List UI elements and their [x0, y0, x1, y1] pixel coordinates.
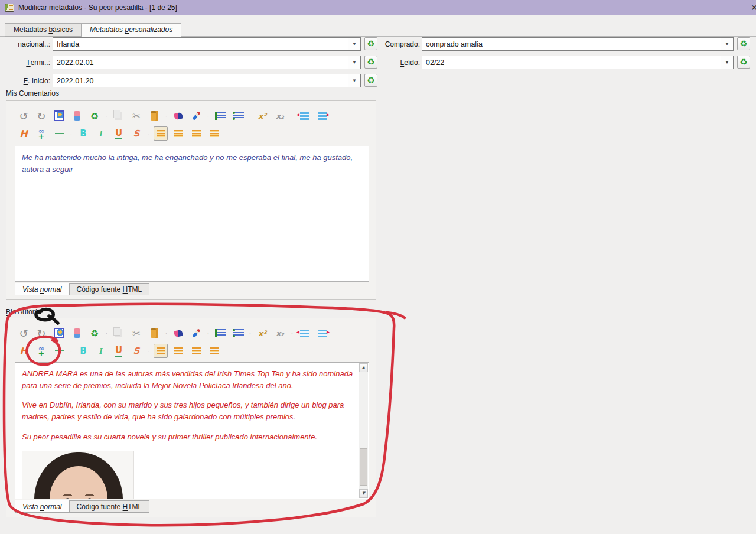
- label-accel: C: [385, 40, 390, 48]
- undo-icon[interactable]: [17, 326, 31, 340]
- eraser-icon[interactable]: [70, 109, 84, 123]
- align-left-icon[interactable]: [154, 126, 168, 141]
- subscript-icon[interactable]: [273, 109, 287, 123]
- horizontal-rule-icon[interactable]: [52, 126, 66, 141]
- termi-combobox[interactable]: 2022.02.01 ▼: [53, 56, 361, 69]
- comprado-value[interactable]: comprado amalia: [422, 38, 721, 50]
- copy-icon[interactable]: [112, 326, 126, 340]
- nacional-combobox[interactable]: Irlanda ▼: [53, 37, 361, 51]
- comprado-clear-button[interactable]: [737, 37, 750, 50]
- chevron-down-icon[interactable]: ▼: [721, 38, 733, 50]
- outdent-icon[interactable]: [297, 109, 311, 123]
- toolbar-separator: [145, 129, 152, 138]
- leido-combobox[interactable]: 02/22 ▼: [422, 56, 734, 69]
- unordered-list-icon[interactable]: [231, 326, 245, 340]
- comprado-combobox[interactable]: comprado amalia ▼: [422, 37, 734, 51]
- redo-icon[interactable]: [34, 109, 48, 123]
- termi-value[interactable]: 2022.02.01: [53, 56, 348, 69]
- toolbar-separator: [68, 129, 74, 138]
- heading-icon[interactable]: [17, 344, 31, 358]
- bio-view-tabs: Vista normal Código fuente HTML: [15, 500, 149, 513]
- indent-icon[interactable]: [315, 326, 329, 340]
- toolbar-separator: [163, 112, 170, 120]
- subscript-icon[interactable]: [273, 326, 287, 340]
- chevron-down-icon[interactable]: ▼: [348, 38, 360, 50]
- align-right-icon[interactable]: [189, 126, 203, 141]
- f-inicio-combobox[interactable]: 2022.01.20 ▼: [53, 74, 361, 87]
- align-center-icon[interactable]: [171, 126, 185, 141]
- align-left-icon[interactable]: [154, 344, 168, 358]
- indent-icon[interactable]: [315, 109, 329, 123]
- select-all-icon[interactable]: [52, 326, 66, 340]
- horizontal-rule-icon[interactable]: [52, 344, 66, 358]
- author-photo[interactable]: [22, 451, 134, 499]
- field-label-termi: Termi..:: [0, 56, 50, 69]
- recycle-icon[interactable]: [87, 326, 102, 340]
- scrollbar-thumb[interactable]: [360, 448, 367, 486]
- bold-icon[interactable]: [76, 126, 90, 141]
- ordered-list-icon[interactable]: [213, 326, 227, 340]
- italic-icon[interactable]: [94, 126, 108, 141]
- close-icon[interactable]: ✕: [748, 2, 756, 14]
- chevron-down-icon[interactable]: ▼: [348, 74, 360, 87]
- italic-icon[interactable]: [94, 344, 108, 358]
- format-brush-icon[interactable]: [189, 326, 203, 340]
- underline-icon[interactable]: [112, 126, 126, 141]
- bio-scrollbar[interactable]: ▲ ▼: [359, 363, 368, 498]
- color-swatch-icon[interactable]: [171, 326, 185, 340]
- format-brush-icon[interactable]: [189, 109, 203, 123]
- cut-icon[interactable]: [129, 326, 144, 340]
- copy-icon[interactable]: [112, 109, 126, 123]
- ordered-list-icon[interactable]: [213, 109, 227, 123]
- comments-tab-codigo-html[interactable]: Código fuente HTML: [69, 283, 150, 295]
- strikethrough-icon[interactable]: [129, 344, 144, 358]
- select-all-icon[interactable]: [52, 109, 66, 123]
- tab-metadatos-personalizados[interactable]: Metadatos personalizados: [81, 23, 181, 37]
- insert-link-icon[interactable]: [34, 344, 48, 358]
- strikethrough-icon[interactable]: [129, 126, 144, 141]
- tab-label: Metadatos: [90, 25, 125, 34]
- bio-tab-vista-normal[interactable]: Vista normal: [15, 500, 70, 513]
- superscript-icon[interactable]: [255, 109, 269, 123]
- nacional-clear-button[interactable]: [364, 37, 377, 50]
- chevron-down-icon[interactable]: ▼: [348, 56, 360, 69]
- paste-icon[interactable]: [147, 109, 161, 123]
- recycle-icon[interactable]: [87, 109, 102, 123]
- comments-tab-vista-normal[interactable]: Vista normal: [15, 283, 70, 295]
- tab-label: Vista: [22, 285, 40, 294]
- leido-clear-button[interactable]: [737, 56, 750, 69]
- chevron-down-icon[interactable]: ▼: [721, 56, 733, 69]
- tab-label: TML: [128, 503, 142, 511]
- termi-clear-button[interactable]: [364, 56, 377, 69]
- scroll-up-icon[interactable]: ▲: [359, 363, 368, 372]
- heading-icon[interactable]: [17, 126, 31, 141]
- redo-icon[interactable]: [34, 326, 48, 340]
- bold-icon[interactable]: [76, 344, 90, 358]
- align-center-icon[interactable]: [171, 344, 185, 358]
- bio-group-label: Bio Autor/: [6, 308, 37, 316]
- outdent-icon[interactable]: [297, 326, 311, 340]
- color-swatch-icon[interactable]: [171, 109, 185, 123]
- align-justify-icon[interactable]: [207, 344, 221, 358]
- cut-icon[interactable]: [129, 109, 144, 123]
- tab-metadatos-basicos[interactable]: Metadatos básicos: [5, 23, 82, 37]
- insert-link-icon[interactable]: [34, 126, 48, 141]
- superscript-icon[interactable]: [255, 326, 269, 340]
- nacional-value[interactable]: Irlanda: [53, 38, 348, 50]
- comments-group-label: Mis Comentarios: [6, 89, 59, 97]
- paste-icon[interactable]: [147, 326, 161, 340]
- field-label-nacional: nacional..:: [0, 37, 50, 51]
- underline-icon[interactable]: [112, 344, 126, 358]
- unordered-list-icon[interactable]: [231, 109, 245, 123]
- f-inicio-value[interactable]: 2022.01.20: [53, 74, 348, 87]
- undo-icon[interactable]: [17, 109, 31, 123]
- align-right-icon[interactable]: [189, 344, 203, 358]
- f-inicio-clear-button[interactable]: [364, 74, 377, 87]
- leido-value[interactable]: 02/22: [422, 56, 721, 69]
- bio-tab-codigo-html[interactable]: Código fuente HTML: [69, 500, 150, 513]
- bio-editor-area[interactable]: ANDREA MARA es una de las autoras más ve…: [15, 362, 369, 499]
- align-justify-icon[interactable]: [207, 126, 221, 141]
- comments-editor-area[interactable]: Me ha mantenido mucho la intriga, me ha …: [15, 146, 369, 282]
- scroll-down-icon[interactable]: ▼: [359, 489, 368, 498]
- eraser-icon[interactable]: [70, 326, 84, 340]
